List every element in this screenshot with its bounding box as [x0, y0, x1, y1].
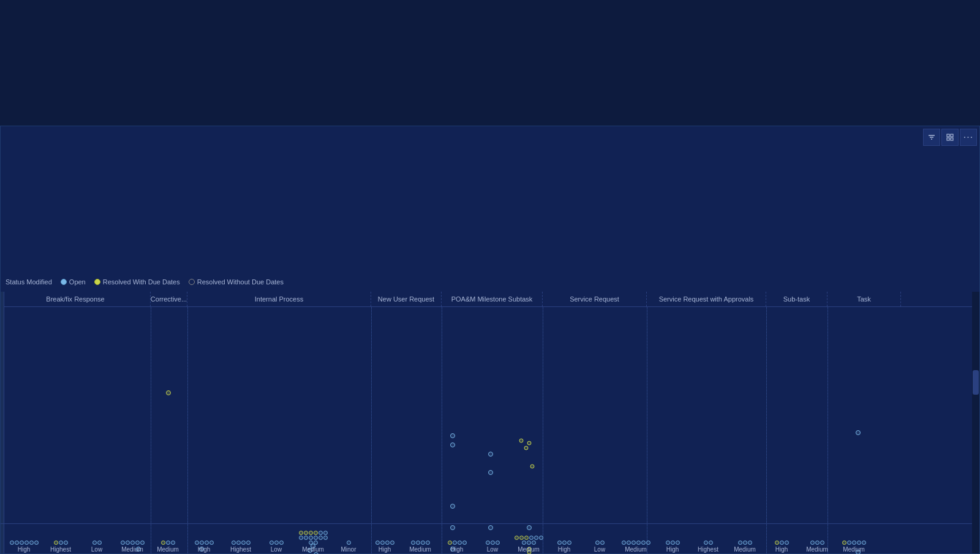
x-axis-mini-dot: [595, 541, 600, 545]
col-header-subtask: Sub-task: [766, 292, 827, 306]
scrollbar-thumb-v[interactable]: [973, 370, 979, 395]
svg-rect-4: [951, 134, 953, 137]
x-axis-group: Highest: [691, 523, 725, 553]
x-axis-mini-dot: [200, 541, 204, 545]
x-axis-mini-dot: [323, 536, 328, 540]
scatter-dot[interactable]: [527, 441, 532, 446]
scatter-dot[interactable]: [856, 430, 861, 435]
col-divider: [371, 307, 372, 553]
x-axis-mini-dot: [195, 541, 199, 545]
x-axis-mini-dot: [524, 536, 529, 540]
open-dot-icon: [61, 279, 67, 285]
x-axis-mini-dot: [534, 536, 538, 540]
x-axis-label: Medium: [625, 545, 647, 553]
x-axis-mini-dot: [59, 541, 63, 545]
x-axis-mini-dot: [522, 541, 526, 545]
x-axis-mini-dot: [600, 541, 605, 545]
x-axis-mini-dot: [309, 541, 313, 545]
x-axis-group: Low: [259, 523, 293, 553]
x-axis-mini-dot: [631, 541, 636, 545]
legend-resolved-with[interactable]: Resolved With Due Dates: [94, 278, 180, 286]
x-axis-mini-dot: [676, 541, 680, 545]
x-axis-mini-dot: [166, 541, 170, 545]
x-axis-label: Medium: [518, 545, 540, 553]
col-divider: [442, 307, 442, 553]
col-header-internal: Internal Process: [187, 292, 371, 306]
x-axis-mini-dot: [810, 541, 815, 545]
x-axis-mini-dot: [567, 541, 571, 545]
x-axis-mini-dot: [246, 541, 251, 545]
x-axis-group: Low: [80, 523, 114, 553]
col-header-break-fix: Break/fix Response: [1, 292, 151, 306]
x-axis-group: Medium: [728, 523, 762, 553]
scatter-dot[interactable]: [450, 433, 455, 438]
x-axis-mini-dot: [815, 541, 820, 545]
x-axis-label: Low: [487, 545, 498, 553]
x-axis-mini-dot: [347, 541, 351, 545]
x-axis-label: Medium: [302, 545, 324, 553]
scatter-dot[interactable]: [524, 446, 529, 450]
x-axis-label: High: [198, 545, 211, 553]
col-divider: [543, 307, 543, 553]
x-axis-mini-dot: [299, 531, 303, 535]
x-axis-mini-dot: [627, 541, 631, 545]
scatter-dot[interactable]: [530, 465, 535, 469]
x-axis-mini-dot: [704, 541, 708, 545]
col-header-task: Task: [827, 292, 901, 306]
x-axis-mini-dot: [274, 541, 279, 545]
x-axis-mini-dot: [785, 541, 789, 545]
x-axis-mini-dot: [636, 541, 641, 545]
more-button[interactable]: ···: [960, 129, 977, 146]
legend-open[interactable]: Open: [61, 278, 86, 286]
x-axis-group: Minor: [331, 523, 366, 553]
x-axis-group: Highest: [43, 523, 78, 553]
x-axis-mini-dot: [92, 541, 97, 545]
x-axis-line: [1, 523, 972, 524]
legend-resolved-without[interactable]: Resolved Without Due Dates: [189, 278, 284, 286]
x-axis-mini-dot: [209, 541, 214, 545]
x-axis-mini-dot: [557, 541, 562, 545]
column-headers: Break/fix ResponseCorrective...Internal …: [1, 292, 979, 307]
filter-button[interactable]: [923, 129, 940, 146]
x-axis-group: Medium: [403, 523, 437, 553]
scatter-dot[interactable]: [519, 439, 524, 443]
x-axis-mini-dot: [318, 531, 323, 535]
svg-rect-5: [947, 138, 949, 140]
x-axis-mini-dot: [862, 541, 866, 545]
scatter-dot[interactable]: [450, 504, 455, 509]
x-axis-mini-dot: [299, 536, 303, 540]
x-axis-mini-dot: [666, 541, 670, 545]
resolved-with-label: Resolved With Due Dates: [103, 278, 180, 286]
x-axis-mini-dot: [421, 541, 425, 545]
x-axis-group: Low: [582, 523, 617, 553]
x-axis-mini-dot: [748, 541, 752, 545]
col-divider: [827, 307, 828, 553]
x-axis-mini-dot: [97, 541, 102, 545]
x-axis-mini-dot: [241, 541, 246, 545]
col-divider: [647, 307, 647, 553]
x-axis-mini-dot: [304, 531, 308, 535]
x-axis-mini-dot: [304, 536, 308, 540]
x-axis-mini-dot: [622, 541, 626, 545]
grid-button[interactable]: [941, 129, 959, 146]
x-axis-mini-dot: [309, 531, 313, 535]
scatter-dot[interactable]: [166, 390, 171, 395]
scatter-dot[interactable]: [450, 442, 455, 447]
x-axis-mini-dot: [453, 541, 457, 545]
col-header-corrective: Corrective...: [151, 292, 187, 306]
x-axis-label: High: [666, 545, 679, 553]
x-axis-mini-dot: [15, 541, 19, 545]
x-axis-label: Minor: [341, 545, 356, 553]
x-axis-mini-dot: [24, 541, 29, 545]
x-axis-mini-dot: [314, 541, 318, 545]
scatter-dot[interactable]: [488, 452, 493, 457]
scatter-dot[interactable]: [488, 470, 493, 475]
x-axis-mini-dot: [171, 541, 175, 545]
scrollbar-vertical[interactable]: [972, 292, 979, 553]
x-axis-group: High: [764, 523, 799, 553]
x-axis-mini-dot: [54, 541, 58, 545]
svg-rect-6: [951, 138, 953, 140]
x-axis-label: Medium: [121, 545, 143, 553]
x-axis-label: Highest: [698, 545, 718, 553]
x-axis-mini-dot: [29, 541, 34, 545]
